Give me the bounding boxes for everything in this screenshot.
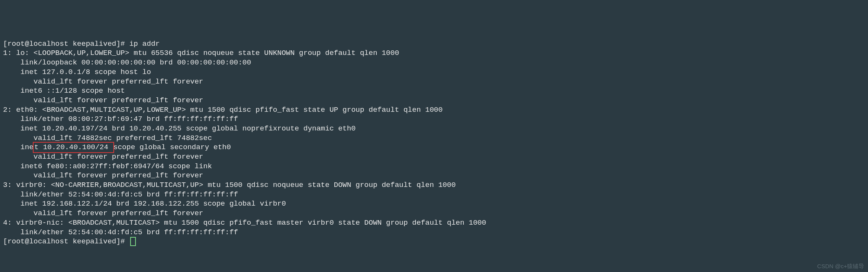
output-line: inet6 ::1/128 scope host <box>3 87 125 95</box>
output-line: 1: lo: <LOOPBACK,UP,LOWER_UP> mtu 65536 … <box>3 49 399 57</box>
output-line: valid_lft forever preferred_lft forever <box>3 171 203 180</box>
output-line: inet 192.168.122.1/24 brd 192.168.122.25… <box>3 200 286 208</box>
output-line: ine <box>3 143 34 151</box>
cursor-icon <box>130 237 136 246</box>
highlighted-ip-address: t 10.20.40.100/24 <box>33 142 114 153</box>
output-line: valid_lft forever preferred_lft forever <box>3 153 203 161</box>
shell-prompt: [root@localhost keepalived]# <box>3 40 129 48</box>
output-line: inet6 fe80::a00:27ff:febf:6947/64 scope … <box>3 162 212 171</box>
output-line: inet 127.0.0.1/8 scope host lo <box>3 68 151 76</box>
output-line: preferred_lft 74882sec <box>112 134 212 142</box>
terminal-output[interactable]: [root@localhost keepalived]# ip addr 1: … <box>3 39 865 246</box>
command-text: ip addr <box>129 40 160 48</box>
output-line: link/loopback 00:00:00:00:00:00 brd 00:0… <box>3 58 251 67</box>
output-line: link/ether 52:54:00:4d:fd:c5 brd ff:ff:f… <box>3 228 238 237</box>
shell-prompt: [root@localhost keepalived]# <box>3 237 129 246</box>
output-line: valid_lft forever preferred_lft forever <box>3 77 203 86</box>
watermark-text: CSDN @c+猿辅导 <box>817 262 864 270</box>
output-line: valid_lft forever preferred_lft forever <box>3 209 203 217</box>
output-line: link/ether 08:00:27:bf:69:47 brd ff:ff:f… <box>3 115 238 123</box>
output-line: 2: eth0: <BROADCAST,MULTICAST,UP,LOWER_U… <box>3 106 443 114</box>
output-line: 3: virbr0: <NO-CARRIER,BROADCAST,MULTICA… <box>3 181 456 189</box>
output-line: inet 10.20.40.197/24 brd 10.20.40.255 sc… <box>3 124 356 133</box>
output-line: link/ether 52:54:00:4d:fd:c5 brd ff:ff:f… <box>3 190 238 199</box>
output-line: valid_lft forever preferred_lft forever <box>3 96 203 105</box>
output-line: valid_lft 74882sec <box>3 134 112 142</box>
output-line: 4: virbr0-nic: <BROADCAST,MULTICAST> mtu… <box>3 219 486 227</box>
output-line: scope global secondary eth0 <box>113 143 231 151</box>
